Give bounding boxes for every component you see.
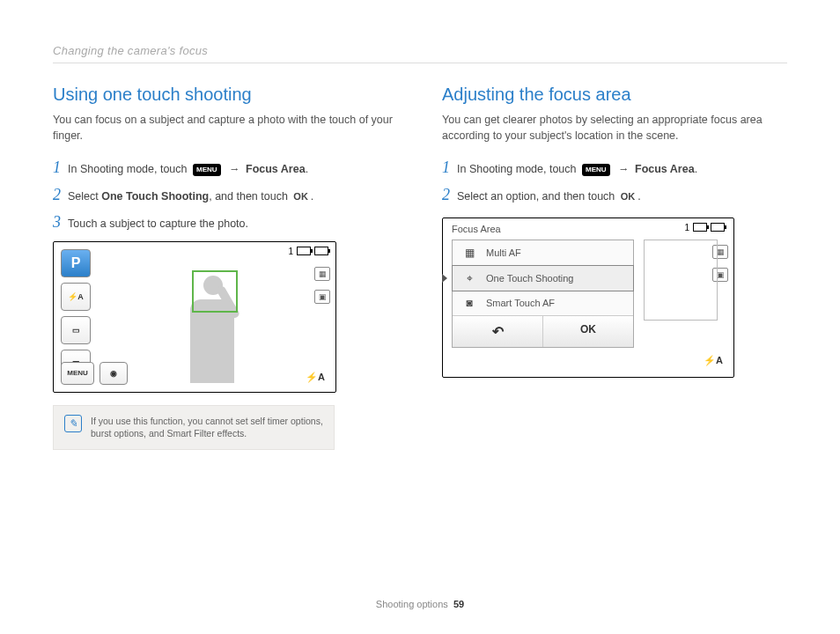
right-column: Adjusting the focus area You can get cle…: [442, 85, 787, 450]
option-label: Smart Touch AF: [486, 298, 555, 308]
left-button-stack: P ⚡A ▭ ▦: [61, 249, 91, 378]
note-text: If you use this function, you cannot set…: [91, 415, 323, 440]
status-bar: 1: [288, 247, 328, 256]
subject-silhouette: [173, 269, 252, 383]
heading-one-touch: Using one touch shooting: [53, 85, 398, 105]
wb-button: ▭: [61, 316, 91, 344]
ok-icon: OK: [621, 189, 636, 204]
step-1: 1 In Shooting mode, touch MENU → Focus A…: [53, 159, 398, 178]
tool-icon: ▣: [314, 290, 330, 304]
focus-area-label: Focus Area: [635, 163, 695, 175]
bottom-left-buttons: MENU ◉: [61, 362, 128, 385]
arrow-icon: →: [615, 163, 632, 175]
page-number: 59: [453, 599, 464, 609]
text-fragment: In Shooting mode, touch: [457, 163, 579, 175]
camera-screenshot-2: Focus Area 1 ▦ ▣ ▦ Multi AF: [442, 217, 734, 378]
step-number: 3: [53, 214, 61, 230]
ok-button: OK: [543, 316, 633, 347]
step-text: Select an option, and then touch OK.: [457, 187, 641, 205]
intro-text: You can get clearer photos by selecting …: [442, 112, 787, 144]
two-column-layout: Using one touch shooting You can focus o…: [53, 85, 787, 450]
focus-box-overlay: [192, 270, 238, 313]
option-multi-af: ▦ Multi AF: [453, 240, 633, 266]
shot-counter: 1: [288, 247, 293, 256]
selection-marker-icon: [442, 274, 447, 283]
step-list: 1 In Shooting mode, touch MENU → Focus A…: [442, 159, 787, 205]
intro-text: You can focus on a subject and capture a…: [53, 112, 398, 144]
option-label: One Touch Shooting: [486, 273, 573, 284]
sd-icon: [693, 223, 707, 232]
page-footer: Shooting options 59: [0, 599, 840, 609]
step-text: In Shooting mode, touch MENU → Focus Are…: [457, 159, 697, 178]
flash-button: ⚡A: [61, 283, 91, 311]
menu-icon: MENU: [582, 164, 610, 176]
focus-area-panel: ▦ Multi AF ⌖ One Touch Shooting ◙ Smart …: [452, 240, 634, 348]
view-button: ◉: [99, 362, 128, 385]
option-smart-touch: ◙ Smart Touch AF: [453, 291, 633, 315]
back-button: ↶: [453, 316, 543, 347]
grid-icon: ▦: [461, 247, 477, 259]
step-1: 1 In Shooting mode, touch MENU → Focus A…: [442, 159, 787, 178]
battery-icon: [314, 247, 328, 255]
flash-indicator: ⚡A: [306, 372, 325, 383]
section-header: Changing the camera's focus: [53, 44, 787, 63]
text-fragment: In Shooting mode, touch: [68, 163, 190, 175]
target-icon: ⌖: [461, 272, 477, 284]
option-one-touch: ⌖ One Touch Shooting: [452, 265, 634, 291]
step-2: 2 Select One Touch Shooting, and then to…: [53, 187, 398, 205]
step-3: 3 Touch a subject to capture the photo.: [53, 214, 398, 232]
text-fragment: Select: [68, 190, 101, 203]
focus-area-label: Focus Area: [246, 163, 306, 175]
step-list: 1 In Shooting mode, touch MENU → Focus A…: [53, 159, 398, 232]
tool-icon: ▦: [314, 267, 330, 281]
panel-button-row: ↶ OK: [453, 315, 633, 347]
footer-section: Shooting options: [376, 599, 448, 609]
option-label: Multi AF: [486, 247, 521, 258]
panel-title: Focus Area: [452, 224, 501, 234]
heading-focus-area: Adjusting the focus area: [442, 85, 787, 105]
camera-screenshot-1: 1 ▦ ▣ P ⚡A ▭ ▦ MENU ◉: [53, 241, 336, 393]
shot-counter: 1: [684, 223, 689, 232]
right-icon-stack: ▦ ▣: [314, 267, 330, 304]
step-text: In Shooting mode, touch MENU → Focus Are…: [68, 159, 308, 178]
note-icon: ✎: [64, 415, 82, 432]
left-column: Using one touch shooting You can focus o…: [53, 85, 398, 450]
step-number: 2: [442, 187, 450, 203]
mode-p-button: P: [61, 249, 91, 277]
flash-indicator: ⚡A: [704, 355, 723, 366]
step-number: 1: [442, 159, 450, 175]
battery-icon: [711, 223, 725, 232]
manual-page: Changing the camera's focus Using one to…: [0, 0, 840, 634]
preview-box: [644, 240, 718, 321]
menu-icon: MENU: [193, 164, 221, 176]
text-fragment: Select an option, and then touch: [457, 190, 618, 203]
text-fragment: , and then touch: [209, 190, 291, 203]
ok-icon: OK: [293, 189, 308, 204]
status-bar: 1: [684, 223, 725, 232]
arrow-icon: →: [226, 163, 243, 175]
smart-icon: ◙: [461, 297, 477, 309]
step-text: Select One Touch Shooting, and then touc…: [68, 187, 313, 205]
sd-icon: [297, 247, 311, 255]
note-box: ✎ If you use this function, you cannot s…: [53, 405, 335, 450]
menu-button: MENU: [61, 362, 94, 385]
step-2: 2 Select an option, and then touch OK.: [442, 187, 787, 205]
step-number: 1: [53, 159, 61, 175]
step-text: Touch a subject to capture the photo.: [68, 214, 248, 232]
one-touch-label: One Touch Shooting: [101, 190, 209, 203]
step-number: 2: [53, 187, 61, 203]
